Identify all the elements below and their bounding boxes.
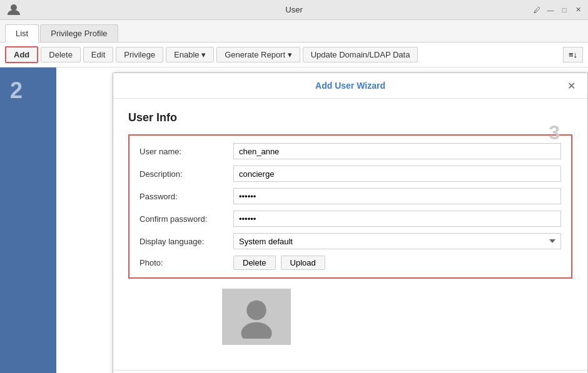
toolbar: Add Delete Edit Privilege Enable ▾ Gener… [0, 42, 588, 67]
display-language-select[interactable]: System default English Chinese Japanese [233, 233, 561, 249]
window-controls: 🖊 — □ ✕ [532, 5, 583, 15]
add-button[interactable]: Add [5, 46, 38, 63]
username-label: User name: [139, 147, 233, 156]
modal-close-button[interactable]: ✕ [565, 79, 577, 92]
modal-header: Add User Wizard ✕ [113, 73, 587, 99]
confirm-password-row: Confirm password: [139, 211, 561, 227]
generate-report-button[interactable]: Generate Report ▾ [216, 47, 300, 62]
modal-title: Add User Wizard [136, 81, 565, 91]
user-icon [6, 2, 21, 17]
username-input[interactable] [233, 143, 561, 159]
display-language-row: Display language: System default English… [139, 233, 561, 249]
tab-privilege-profile[interactable]: Privilege Profile [40, 24, 118, 42]
main-window: User 🖊 — □ ✕ List Privilege Profile Add … [0, 0, 588, 373]
avatar-container [128, 289, 572, 345]
pin-icon[interactable]: 🖊 [532, 5, 542, 15]
password-label: Password: [139, 192, 233, 201]
modal-footer: 4 Next Cancel [113, 370, 587, 373]
window-title: User [285, 5, 302, 14]
username-row: User name: [139, 143, 561, 159]
description-label: Description: [139, 169, 233, 179]
photo-delete-button[interactable]: Delete [233, 256, 276, 270]
photo-label: Photo: [139, 258, 233, 267]
sidebar-steps: 2 [0, 67, 56, 373]
tab-bar: List Privilege Profile [0, 20, 588, 42]
photo-upload-button[interactable]: Upload [281, 256, 325, 270]
list-view-button[interactable]: ≡↓ [563, 47, 583, 62]
user-info-form: User name: Description: Password: [128, 134, 572, 279]
maximize-button[interactable]: □ [559, 5, 569, 15]
title-bar: User 🖊 — □ ✕ [0, 0, 588, 20]
step-2: 2 [10, 77, 56, 104]
photo-buttons: Delete Upload [233, 256, 325, 270]
update-domain-button[interactable]: Update Domain/LDAP Data [303, 47, 418, 62]
main-content: 2 Add User Wizard ✕ User Info [0, 67, 588, 373]
avatar-silhouette [235, 295, 278, 339]
edit-button[interactable]: Edit [83, 47, 113, 62]
password-row: Password: [139, 188, 561, 204]
modal-container: Add User Wizard ✕ User Info 3 [113, 67, 588, 373]
confirm-password-input[interactable] [233, 211, 561, 227]
step-3-label: 3 [549, 121, 560, 144]
enable-button[interactable]: Enable ▾ [166, 47, 214, 62]
svg-point-1 [246, 301, 266, 321]
close-window-button[interactable]: ✕ [573, 5, 583, 15]
minimize-button[interactable]: — [545, 5, 555, 15]
confirm-password-label: Confirm password: [139, 214, 233, 224]
modal-body: User Info 3 User name: [113, 99, 587, 370]
delete-button[interactable]: Delete [41, 47, 81, 62]
svg-point-2 [241, 322, 272, 339]
svg-point-0 [11, 4, 17, 11]
privilege-button[interactable]: Privilege [116, 47, 163, 62]
tab-list[interactable]: List [5, 24, 39, 42]
section-title: User Info [128, 111, 572, 124]
avatar [222, 289, 291, 345]
add-user-wizard-modal: Add User Wizard ✕ User Info 3 [113, 72, 588, 373]
content-area: Add User Wizard ✕ User Info 3 [56, 67, 588, 373]
password-input[interactable] [233, 188, 561, 204]
photo-row: Photo: Delete Upload [139, 256, 561, 270]
description-input[interactable] [233, 166, 561, 182]
display-language-label: Display language: [139, 237, 233, 246]
description-row: Description: [139, 166, 561, 182]
